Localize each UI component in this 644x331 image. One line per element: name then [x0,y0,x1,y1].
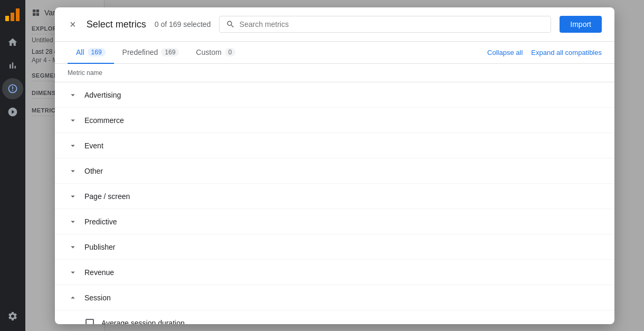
section-revenue-label: Revenue [84,268,114,277]
section-session[interactable]: Session [55,285,614,310]
metric-name-column-header: Metric name [68,69,102,77]
expand-all-button[interactable]: Expand all compatibles [531,49,602,56]
chevron-down-icon [68,140,78,151]
chevron-down-icon [68,242,78,252]
tab-predefined-label: Predefined [122,48,158,56]
settings-icon[interactable] [2,306,23,327]
bar-chart-icon[interactable] [2,55,23,76]
close-button[interactable]: × [68,16,78,33]
app-logo [2,4,23,25]
tab-all-label: All [76,48,84,56]
section-advertising[interactable]: Advertising [55,82,614,108]
metric-checkbox[interactable] [84,318,95,325]
chevron-up-icon [68,292,78,303]
chevron-down-icon [68,166,78,176]
import-button[interactable]: Import [560,16,602,33]
chevron-down-icon [68,115,78,126]
home-icon[interactable] [2,32,23,53]
tab-all[interactable]: All 169 [68,42,114,64]
section-event-label: Event [84,141,103,150]
section-revenue[interactable]: Revenue [55,260,614,285]
search-box[interactable] [219,16,551,33]
modal-header: × Select metrics 0 of 169 selected Impor… [55,7,614,42]
tab-custom[interactable]: Custom 0 [187,42,244,64]
modal-tabs: All 169 Predefined 169 Custom 0 Collapse… [55,42,614,64]
search-input[interactable] [240,20,545,29]
sidebar [0,0,25,331]
tab-all-badge: 169 [88,48,106,56]
svg-rect-1 [11,13,14,21]
section-event[interactable]: Event [55,133,614,158]
chevron-down-icon [68,90,78,100]
section-session-label: Session [84,294,111,302]
checkbox-empty-icon [86,319,94,325]
section-ecommerce[interactable]: Ecommerce [55,108,614,133]
section-page-screen-label: Page / screen [84,192,130,201]
chevron-down-icon [68,216,78,227]
section-advertising-label: Advertising [84,91,121,99]
section-publisher-label: Publisher [84,243,115,251]
svg-rect-2 [16,8,20,21]
metric-average-session-duration[interactable]: Average session duration [55,310,614,324]
sidebar-bottom [2,306,23,327]
chevron-down-icon [68,267,78,278]
collapse-all-button[interactable]: Collapse all [487,49,523,56]
section-publisher[interactable]: Publisher [55,234,614,260]
tab-predefined-badge: 169 [161,48,179,56]
tab-custom-badge: 0 [225,48,236,56]
tab-custom-label: Custom [196,48,221,56]
explore-icon[interactable] [2,78,23,99]
chevron-down-icon [68,191,78,202]
section-ecommerce-label: Ecommerce [84,116,124,125]
section-other[interactable]: Other [55,158,614,184]
advertising-icon[interactable] [2,101,23,122]
tab-predefined[interactable]: Predefined 169 [114,42,188,64]
metrics-table: Metric name Advertising Ecommerce [55,64,614,324]
main-panel: Variables EXPLORATION NAME Untitled expl… [25,0,644,331]
svg-rect-0 [5,16,9,21]
tab-actions: Collapse all Expand all compatibles [487,49,602,56]
section-predictive-label: Predictive [84,217,117,226]
table-header: Metric name [55,64,614,82]
modal-title: Select metrics [87,19,146,30]
modal-selection-count: 0 of 169 selected [155,20,211,29]
search-icon [226,20,235,29]
select-metrics-modal: × Select metrics 0 of 169 selected Impor… [55,7,614,324]
section-predictive[interactable]: Predictive [55,209,614,234]
metric-name-average-session-duration: Average session duration [101,319,185,325]
modal-overlay: × Select metrics 0 of 169 selected Impor… [25,0,644,331]
section-page-screen[interactable]: Page / screen [55,184,614,209]
section-other-label: Other [84,167,103,175]
